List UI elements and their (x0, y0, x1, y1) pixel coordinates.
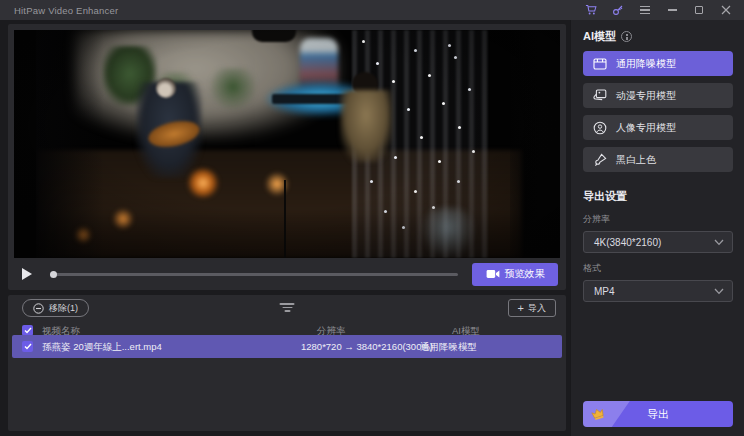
format-label: 格式 (583, 262, 732, 275)
resolution-value: 4K(3840*2160) (594, 237, 661, 248)
file-ai-model: 通用降噪模型 (420, 341, 477, 354)
resolution-select[interactable]: 4K(3840*2160) (583, 231, 733, 253)
video-preview-scene (14, 30, 560, 258)
paint-brush-icon (593, 153, 607, 167)
portrait-circle-icon (593, 121, 607, 135)
file-resolution: 1280*720 → 3840*2160(300%) (301, 341, 433, 352)
minimize-icon[interactable] (666, 4, 678, 16)
seek-thumb[interactable] (50, 271, 57, 278)
plus-icon: + (518, 303, 524, 314)
file-row[interactable]: 孫燕姿 20週年線上...ert.mp4 1280*720 → 3840*216… (12, 335, 562, 358)
seek-slider[interactable] (50, 267, 458, 281)
video-panel: 预览效果 (8, 24, 566, 290)
check-icon (24, 343, 32, 350)
window-title: HitPaw Video Enhancer (14, 5, 118, 16)
store-cart-icon[interactable] (585, 4, 597, 16)
sidebar: AI模型 通用降噪模型 动漫专用模型 人像专用模型 黑白上色 导出设置 分辨率 … (570, 20, 744, 436)
play-icon (22, 268, 32, 280)
model-button-portrait[interactable]: 人像专用模型 (583, 115, 733, 140)
remove-label: 移除(1) (49, 302, 78, 315)
model-label: 黑白上色 (616, 153, 656, 167)
model-button-general-denoise[interactable]: 通用降噪模型 (583, 51, 733, 76)
remove-circle-icon (33, 303, 44, 314)
video-preview (14, 30, 560, 258)
file-list-toolbar: 移除(1) + 导入 (8, 295, 566, 321)
preview-effect-label: 预览效果 (505, 267, 545, 281)
player-controls: 预览效果 (8, 258, 566, 290)
import-button[interactable]: + 导入 (508, 299, 556, 317)
close-icon[interactable] (720, 4, 732, 16)
info-icon[interactable] (621, 31, 632, 42)
format-value: MP4 (594, 286, 615, 297)
resolution-label: 分辨率 (583, 213, 732, 226)
play-button[interactable] (22, 266, 38, 282)
video-camera-icon (486, 269, 500, 279)
export-button-label: 导出 (647, 408, 669, 420)
remove-button[interactable]: 移除(1) (22, 299, 89, 317)
ai-model-title-label: AI模型 (583, 29, 616, 44)
export-button[interactable]: 导出 (583, 401, 733, 427)
titlebar: HitPaw Video Enhancer (0, 0, 744, 20)
menu-icon[interactable] (639, 4, 651, 16)
ai-model-section-title: AI模型 (583, 29, 732, 44)
scene-vignette (14, 30, 560, 258)
file-list-panel: 移除(1) + 导入 视频名称 分辨率 AI模型 孫燕姿 20週年線上...er… (8, 295, 566, 431)
model-label: 动漫专用模型 (616, 89, 676, 103)
anime-frames-icon (593, 89, 607, 102)
maximize-icon[interactable] (693, 4, 705, 16)
check-icon (24, 327, 32, 334)
crown-icon (590, 406, 606, 421)
model-button-anime[interactable]: 动漫专用模型 (583, 83, 733, 108)
model-label: 通用降噪模型 (616, 57, 676, 71)
format-select[interactable]: MP4 (583, 280, 733, 302)
chevron-down-icon (714, 239, 724, 246)
film-frame-icon (593, 58, 607, 70)
import-label: 导入 (528, 302, 546, 315)
chevron-down-icon (714, 288, 724, 295)
activation-key-icon[interactable] (612, 4, 624, 16)
seek-track (50, 273, 458, 276)
model-label: 人像专用模型 (616, 121, 676, 135)
preview-effect-button[interactable]: 预览效果 (472, 263, 558, 286)
row-checkbox[interactable] (22, 341, 33, 352)
export-settings-title: 导出设置 (583, 189, 732, 204)
model-button-colorize[interactable]: 黑白上色 (583, 147, 733, 172)
collapse-list-icon[interactable] (280, 303, 295, 312)
titlebar-icons (585, 4, 732, 16)
file-name: 孫燕姿 20週年線上...ert.mp4 (42, 341, 162, 354)
